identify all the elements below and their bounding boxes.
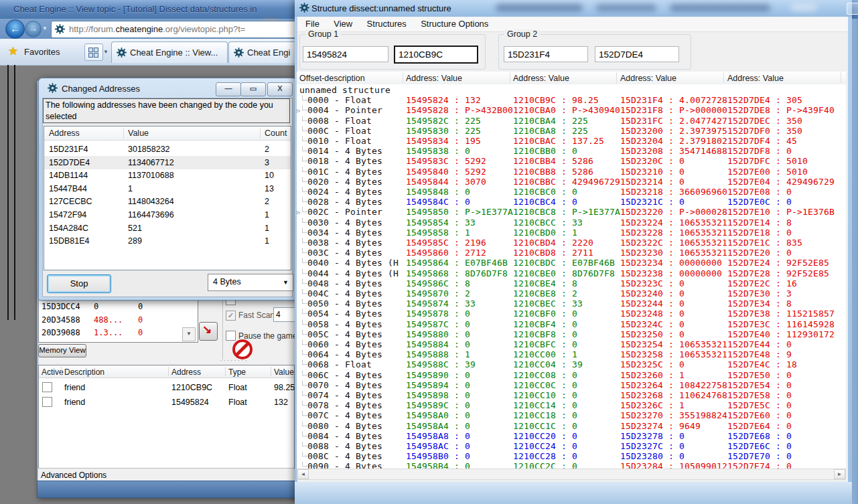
address-value-cell[interactable]: 15D23244 : 0: [620, 299, 727, 309]
address-value-cell[interactable]: 15D23258 : 106535321: [620, 349, 727, 359]
column-address[interactable]: Address: [49, 129, 80, 138]
forward-button[interactable]: →: [25, 21, 42, 37]
active-checkbox[interactable]: [42, 382, 52, 392]
changed-address-row[interactable]: 15472F9411644736961: [44, 208, 291, 222]
address-value-cell[interactable]: 15D23280 : 0: [620, 451, 727, 461]
dissect-row[interactable]: 0014 - 4 Bytes15495838 : 01210CBB0 : 015…: [297, 146, 846, 156]
address-value-cell[interactable]: 15D2326C : 1: [620, 400, 727, 410]
value-type-combo[interactable]: 4 Bytes ▼: [208, 274, 293, 291]
address-value-cell[interactable]: 15D23250 : 0: [620, 329, 727, 339]
column-address-value-1[interactable]: Address: Value: [406, 74, 462, 83]
dissect-row[interactable]: 0074 - 4 Bytes15495898 : 01210CC10 : 015…: [297, 390, 846, 400]
changed-address-row[interactable]: 127CECBC11480432642: [44, 195, 291, 208]
address-value-cell[interactable]: 152D7E28 : 92F52E85: [727, 268, 845, 278]
column-type[interactable]: Type: [228, 367, 246, 377]
address-value-cell[interactable]: 152D7E74 : 0: [727, 461, 845, 469]
address-value-cell[interactable]: 1210CBDC : E07BF46B: [513, 258, 620, 268]
close-button[interactable]: X: [267, 82, 293, 96]
dissect-row[interactable]: 0078 - 4 Bytes1549589C : 01210CC14 : 015…: [297, 400, 846, 410]
address-value-cell[interactable]: 152D7E10 : P->1E376B: [727, 207, 845, 217]
address-value-cell[interactable]: 152D7DF8 : 0: [727, 146, 845, 156]
address-value-cell[interactable]: 1210CBA8 : 225: [513, 126, 620, 136]
address-value-cell[interactable]: 15D2323C : 0: [620, 278, 727, 288]
scroll-left-icon[interactable]: ◄: [297, 469, 309, 479]
pause-game-checkbox[interactable]: [226, 331, 236, 341]
address-value-cell[interactable]: 15495844 : 3070: [406, 177, 513, 187]
address-value-cell[interactable]: 1210CBF4 : 0: [513, 319, 620, 329]
address-value-cell[interactable]: 1210CBD4 : 2220: [513, 238, 620, 248]
dissect-table[interactable]: unnamed structure0000 - Float15495824 : …: [297, 84, 846, 469]
scroll-right-icon[interactable]: ►: [834, 469, 845, 479]
address-value-cell[interactable]: 1210CC10 : 0: [513, 390, 620, 400]
dissect-row[interactable]: 0010 - Float15495834 : 1951210CBAC : 137…: [297, 136, 846, 146]
column-value[interactable]: Value: [128, 129, 149, 138]
dissect-row[interactable]: 0018 - 4 Bytes1549583C : 52921210CBB4 : …: [297, 156, 846, 166]
address-value-cell[interactable]: 152D7E58 : 0: [727, 390, 845, 400]
dissect-row[interactable]: 0050 - 4 Bytes15495874 : 331210CBEC : 33…: [297, 299, 846, 309]
group2-address-input-2[interactable]: [595, 46, 679, 62]
address-value-cell[interactable]: 152D7E5C : 0: [727, 400, 845, 410]
column-address-value-3[interactable]: Address: Value: [620, 74, 676, 83]
address-value-cell[interactable]: 15D23274 : 9649: [620, 421, 727, 431]
scan-list-scroll-down-icon[interactable]: ▼: [182, 327, 196, 341]
dissect-row[interactable]: 005C - 4 Bytes15495880 : 01210CBF8 : 015…: [297, 329, 846, 339]
address-value-cell[interactable]: 15D23228 : 106535321: [620, 228, 727, 238]
address-value-cell[interactable]: 15D2322C : 106535321: [620, 238, 727, 248]
address-value-cell[interactable]: 1210CC28 : 0: [513, 451, 620, 461]
address-value-cell[interactable]: 152D7E1C : 835: [727, 238, 845, 248]
address-value-cell[interactable]: 1210CBC8 : P->1E377A: [513, 207, 620, 217]
scan-result-row[interactable]: 20D390881.3...0: [39, 327, 198, 339]
dissect-row[interactable]: 003C - 4 Bytes15495860 : 27121210CBD8 : …: [297, 248, 846, 258]
address-value-cell[interactable]: 15D2325C : 0: [620, 359, 727, 369]
dissect-row[interactable]: 0008 - Float1549582C : 2251210CBA4 : 225…: [297, 116, 846, 126]
address-value-cell[interactable]: 15495898 : 0: [406, 390, 513, 400]
address-value-cell[interactable]: 15D23220 : P->000028: [620, 207, 727, 217]
address-value-cell[interactable]: 1210CC08 : 0: [513, 370, 620, 380]
address-value-cell[interactable]: 1210CBCC : 33: [513, 218, 620, 228]
address-value-cell[interactable]: 15D2327C : 0: [620, 441, 727, 451]
address-value-cell[interactable]: 15495834 : 195: [406, 136, 513, 146]
recent-pages-icon[interactable]: ▼: [42, 25, 48, 31]
address-value-cell[interactable]: 152D7E34 : 8: [727, 299, 845, 309]
dissect-row[interactable]: 0060 - 4 Bytes15495884 : 01210CBFC : 015…: [297, 339, 846, 349]
dissect-row[interactable]: 0048 - 4 Bytes1549586C : 81210CBE4 : 815…: [297, 278, 846, 288]
changed-address-row[interactable]: 154A284C5211: [44, 222, 291, 235]
address-value-cell[interactable]: 15D23238 : 00000000: [620, 268, 727, 278]
address-value-cell[interactable]: 15495824 : 132: [406, 95, 513, 105]
changed-address-row[interactable]: 15447B44113: [44, 182, 291, 195]
dissect-row[interactable]: 001C - 4 Bytes15495840 : 52921210CBB8 : …: [297, 167, 846, 177]
address-value-cell[interactable]: 154958A0 : 0: [406, 410, 513, 420]
group2-address-input-1[interactable]: [504, 46, 588, 62]
dissect-row[interactable]: ▷002C - Pointer15495850 : P->1E377A1210C…: [297, 207, 846, 217]
address-value-cell[interactable]: 15D231F8 : P->000000: [620, 105, 727, 115]
address-value-cell[interactable]: 152D7E20 : 0: [727, 248, 845, 258]
address-value-cell[interactable]: 15D23234 : 00000000: [620, 258, 727, 268]
address-value-cell[interactable]: 1210CC14 : 0: [513, 400, 620, 410]
column-address-value-2[interactable]: Address: Value: [513, 74, 569, 83]
column-address[interactable]: Address: [171, 367, 201, 377]
address-value-cell[interactable]: 15495858 : 1: [406, 228, 513, 238]
address-value-cell[interactable]: 152D7E54 : 0: [727, 380, 845, 390]
fast-scan-checkbox[interactable]: ✓: [226, 311, 236, 321]
horizontal-scrollbar[interactable]: ◄ ►: [297, 469, 846, 480]
dissect-row[interactable]: 0024 - 4 Bytes15495848 : 01210CBC0 : 015…: [297, 187, 846, 197]
column-description[interactable]: Description: [64, 367, 104, 377]
address-value-cell[interactable]: 1210CBA0 : P->430940: [513, 105, 620, 115]
address-value-cell[interactable]: 15495888 : 1: [406, 349, 513, 359]
address-value-cell[interactable]: 1210CBC4 : 0: [513, 197, 620, 207]
address-list-table[interactable]: Active Description Address Type Value fr…: [38, 365, 295, 469]
address-value-cell[interactable]: 1549583C : 5292: [406, 156, 513, 166]
advanced-options-bar[interactable]: Advanced Options: [38, 468, 293, 481]
address-value-cell[interactable]: 1210CB9C : 98.25: [513, 95, 620, 105]
address-value-cell[interactable]: 15495840 : 5292: [406, 167, 513, 177]
dissect-row[interactable]: 0088 - 4 Bytes154958AC : 01210CC24 : 015…: [297, 441, 846, 451]
address-value-cell[interactable]: 15495894 : 0: [406, 380, 513, 390]
address-value-cell[interactable]: 15D23268 : 110624768: [620, 390, 727, 400]
dissect-titlebar[interactable]: Structure dissect:unnamed structure: [295, 0, 852, 17]
address-value-cell[interactable]: 152D7E48 : 9: [727, 349, 845, 359]
address-value-cell[interactable]: 15495830 : 225: [406, 126, 513, 136]
dissect-row[interactable]: 0054 - 4 Bytes15495878 : 01210CBF0 : 015…: [297, 309, 846, 319]
address-value-cell[interactable]: 15495838 : 0: [406, 146, 513, 156]
maximize-button[interactable]: ▭: [240, 82, 266, 96]
address-value-cell[interactable]: 1210CBEC : 33: [513, 299, 620, 309]
